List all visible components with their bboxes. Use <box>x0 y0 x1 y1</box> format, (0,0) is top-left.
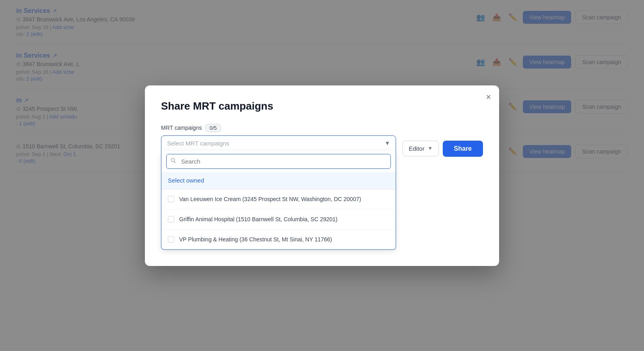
modal-right-section: Editor ▼ Share <box>402 124 483 157</box>
campaign-checkbox-2[interactable] <box>168 236 174 243</box>
count-badge: 0/5 <box>205 124 221 132</box>
modal-left-section: MRT campaigns 0/5 Select MRT campaigns ▼ <box>161 124 396 250</box>
modal-overlay: × Share MRT campaigns MRT campaigns 0/5 … <box>0 0 644 351</box>
modal-title: Share MRT campaigns <box>161 100 483 112</box>
mrt-campaign-select[interactable]: Select MRT campaigns ▼ <box>161 135 396 151</box>
modal-close-button[interactable]: × <box>486 93 491 102</box>
role-chevron-icon: ▼ <box>428 145 433 151</box>
chevron-down-icon: ▼ <box>385 140 390 146</box>
search-wrapper <box>166 154 391 169</box>
campaign-name-1: Griffin Animal Hospital (1510 Barnwell S… <box>179 215 337 224</box>
role-selector[interactable]: Editor ▼ <box>402 141 438 156</box>
mrt-field-label: MRT campaigns 0/5 <box>161 124 396 132</box>
campaign-item-2[interactable]: VP Plumbing & Heating (36 Chestnut St, M… <box>161 230 396 249</box>
svg-line-1 <box>174 161 175 162</box>
campaign-name-0: Van Leeuwen Ice Cream (3245 Prospect St … <box>179 195 361 204</box>
select-owned-label: Select owned <box>168 177 204 184</box>
campaign-item-0[interactable]: Van Leeuwen Ice Cream (3245 Prospect St … <box>161 189 396 210</box>
modal-body: MRT campaigns 0/5 Select MRT campaigns ▼ <box>161 124 483 250</box>
campaign-name-2: VP Plumbing & Heating (36 Chestnut St, M… <box>179 235 332 244</box>
select-owned-option[interactable]: Select owned <box>161 172 396 189</box>
role-selected-label: Editor <box>409 145 424 152</box>
campaign-checkbox-1[interactable] <box>168 216 174 222</box>
campaigns-dropdown: Select owned Van Leeuwen Ice Cream (3245… <box>161 151 396 250</box>
campaign-item-1[interactable]: Griffin Animal Hospital (1510 Barnwell S… <box>161 210 396 230</box>
campaign-search-input[interactable] <box>166 154 391 169</box>
share-button[interactable]: Share <box>443 141 483 157</box>
campaign-checkbox-0[interactable] <box>168 196 174 202</box>
search-icon <box>170 158 176 165</box>
share-modal: × Share MRT campaigns MRT campaigns 0/5 … <box>145 85 499 266</box>
select-placeholder: Select MRT campaigns <box>167 140 229 147</box>
campaign-list: Van Leeuwen Ice Cream (3245 Prospect St … <box>161 189 396 249</box>
